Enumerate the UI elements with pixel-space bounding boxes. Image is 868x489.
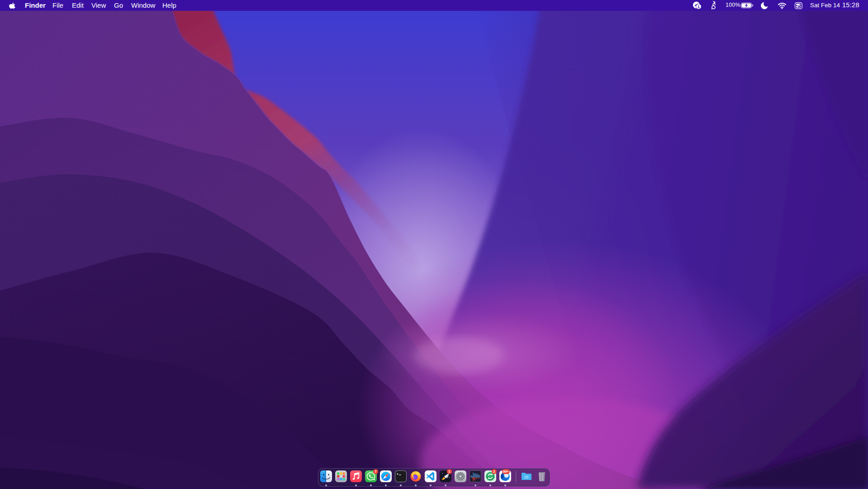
svg-text:1: 1 [697,4,700,9]
